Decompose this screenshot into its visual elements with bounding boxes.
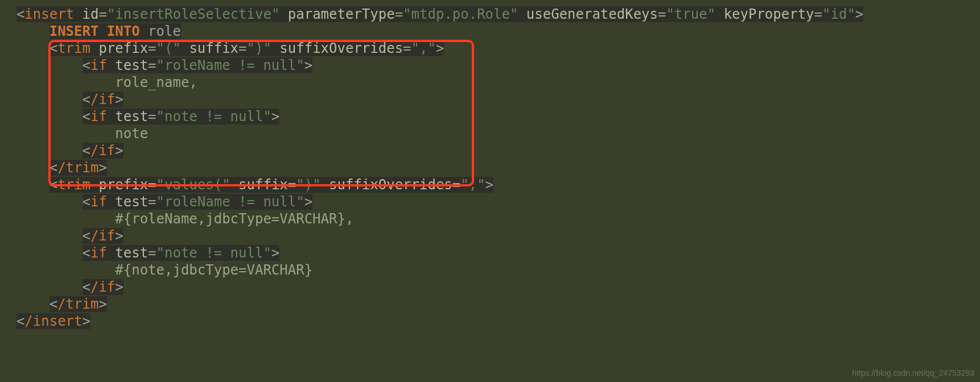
val-suffix2: ) (304, 177, 312, 193)
attr-suffix: suffix (189, 40, 238, 56)
tag-if3-close: /if (90, 228, 115, 244)
watermark: https://blog.csdn.net/qq_24753293 (852, 368, 974, 377)
val-suffixOverrides2: , (469, 177, 477, 193)
col-note: note (115, 126, 148, 142)
tag-if1: if (90, 57, 107, 73)
val-suffix: ) (255, 40, 263, 56)
attr-keyProperty: keyProperty (724, 6, 814, 22)
val-test2: note != null (164, 109, 263, 124)
val-prefix2: values( (164, 177, 222, 193)
tag-if2-close: /if (90, 143, 115, 159)
attr-prefix: prefix (98, 40, 148, 56)
val-prefix: ( (164, 40, 172, 56)
sql-table: role (148, 23, 181, 39)
tag-trim1: trim (57, 40, 90, 56)
val-test4: note != null (164, 245, 263, 261)
tag-insert-close: /insert (24, 313, 82, 329)
val-test1: roleName != null (164, 57, 296, 73)
attr-test2: test (115, 109, 148, 124)
attr-test4: test (115, 245, 148, 261)
val-suffixOverrides: , (419, 40, 427, 56)
tag-if3: if (90, 194, 107, 210)
val-parameterType: mtdp.po.Role (411, 6, 510, 22)
col-role-name: role_name, (115, 74, 197, 90)
tag-trim2-close: /trim (57, 296, 98, 312)
attr-id: id (83, 6, 99, 22)
attr-suffixOverrides: suffixOverrides (279, 40, 403, 56)
val-test3: roleName != null (164, 194, 296, 210)
attr-test3: test (115, 194, 148, 210)
tag-insert: insert (24, 6, 74, 22)
tag-if2: if (90, 109, 107, 124)
param-role-name: #{roleName,jdbcType=VARCHAR}, (115, 211, 353, 227)
attr-suffix2: suffix (238, 177, 288, 193)
tag-if1-close: /if (90, 92, 115, 107)
tag-if4: if (90, 245, 107, 261)
code-editor[interactable]: <insert id="insertRoleSelective" paramet… (0, 0, 980, 330)
val-useGeneratedKeys: true (674, 6, 707, 22)
attr-useGeneratedKeys: useGeneratedKeys (526, 6, 658, 22)
val-id: insertRoleSelective (115, 6, 271, 22)
sql-keyword: INSERT INTO (50, 23, 140, 39)
attr-suffixOverrides2: suffixOverrides (329, 177, 452, 193)
attr-parameterType: parameterType (288, 6, 395, 22)
tag-trim2: trim (57, 177, 90, 193)
tag-if4-close: /if (90, 279, 115, 295)
attr-prefix2: prefix (98, 177, 148, 193)
attr-test1: test (115, 57, 148, 73)
val-keyProperty: id (830, 6, 847, 22)
param-note: #{note,jdbcType=VARCHAR} (115, 262, 312, 278)
tag-trim1-close: /trim (57, 160, 98, 176)
